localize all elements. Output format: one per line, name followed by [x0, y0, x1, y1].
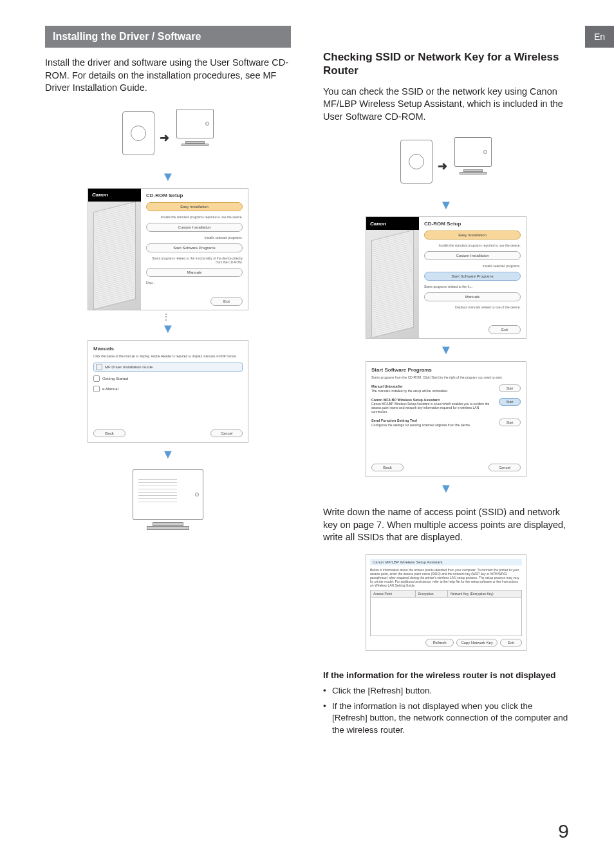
computer-to-monitor-illustration: ➜	[398, 133, 494, 191]
sw-row-wireless-assistant: Canon MF/LBP Wireless Setup AssistantCan…	[371, 398, 521, 414]
assist-description: Below is information about the access po…	[370, 568, 522, 587]
cdrom-setup-title: CD-ROM Setup	[146, 193, 243, 198]
doc-icon	[93, 386, 100, 392]
manual-item-emanual[interactable]: e-Manual	[93, 386, 243, 392]
manuals-dialog-title: Manuals	[93, 346, 243, 352]
sw-row1-body: The manuals installed by the setup will …	[371, 389, 448, 393]
monitor-icon	[176, 109, 214, 147]
tower-icon	[400, 140, 433, 184]
bullet-2: •If the information is not displayed whe…	[323, 701, 569, 736]
left-image-stack: ➜ ▼ Canon CD-ROM Setup Easy Installation…	[45, 105, 291, 541]
assist-titlebar: Canon MF/LBP Wireless Setup Assistant	[370, 559, 522, 565]
not-displayed-heading: If the information for the wireless rout…	[323, 670, 569, 680]
installing-intro: Install the driver and software using th…	[45, 57, 291, 95]
manual-item-label: MF Driver Installation Guide	[105, 365, 153, 369]
manuals-button[interactable]: Manuals	[424, 292, 521, 301]
manual-item-mf-driver[interactable]: MF Driver Installation Guide	[93, 363, 243, 372]
manual-item-getting-started[interactable]: Getting Started	[93, 375, 243, 382]
col-network-key: Network Key (Encryption Key)	[448, 590, 521, 597]
assist-table-header: Access Point Encryption Network Key (Enc…	[371, 590, 521, 598]
arrow-down-icon: ▼	[440, 481, 452, 496]
bullet-1-text: Click the [Refresh] button.	[332, 685, 432, 697]
page-content: Installing the Driver / Software Install…	[0, 0, 614, 740]
right-image-stack: ➜ ▼ Canon CD-ROM Setup Easy Installation…	[323, 133, 569, 500]
arrow-down-dashed-icon: ▼	[162, 314, 174, 337]
manuals-sub: Disp...	[146, 281, 243, 285]
manuals-dialog: Manuals Click the name of the manual to …	[88, 340, 248, 443]
manuals-sub: Displays manuals related to use of the d…	[424, 305, 521, 309]
easy-install-button[interactable]: Easy Installation	[424, 231, 521, 240]
sw-row2-body: Canon MF/LBP Wireless Setup Assistant is…	[371, 402, 489, 413]
sw-row3-body: Configures the settings for sending scan…	[371, 423, 471, 427]
wireless-assistant-dialog: Canon MF/LBP Wireless Setup Assistant Be…	[366, 554, 526, 651]
bullet-2-text: If the information is not displayed when…	[332, 701, 569, 736]
sw-row3-title: Send Function Setting Tool	[371, 419, 417, 422]
col-encryption: Encryption	[416, 590, 448, 597]
installing-header-text: Installing the Driver / Software	[53, 31, 201, 42]
start-software-sub: Starts programs related to the fu...	[424, 285, 521, 288]
checking-ssid-heading: Checking SSID or Network Key for a Wirel…	[323, 50, 569, 78]
assist-table-body	[371, 598, 521, 636]
start-software-dialog: Start Software Programs Starts programs …	[366, 361, 526, 477]
tower-icon	[122, 111, 154, 155]
arrow-down-icon: ▼	[162, 447, 174, 462]
assistant-stack: Canon MF/LBP Wireless Setup Assistant Be…	[323, 554, 569, 651]
start-software-button[interactable]: Start Software Programs	[146, 243, 243, 252]
col-access-point: Access Point	[371, 590, 416, 597]
cancel-button[interactable]: Cancel	[488, 464, 521, 471]
easy-install-button[interactable]: Easy Installation	[146, 202, 243, 211]
arrow-down-icon: ▼	[440, 343, 452, 357]
manual-item-label: Getting Started	[102, 377, 128, 381]
sw-row-send-function: Send Function Setting ToolConfigures the…	[371, 419, 521, 427]
cdrom-setup-dialog-2: Canon CD-ROM Setup Easy Installation Ins…	[366, 216, 526, 339]
language-tab: En	[585, 26, 614, 48]
exit-button[interactable]: Exit	[500, 639, 522, 646]
cdrom-side-image	[88, 202, 141, 310]
checking-ssid-intro: You can check the SSID or the network ke…	[323, 86, 569, 124]
arrow-right-icon: ➜	[438, 159, 447, 173]
start-software-title: Start Software Programs	[371, 367, 521, 373]
start-software-button-highlight[interactable]: Start Software Programs	[424, 272, 521, 281]
easy-install-sub: Installs the standard programs required …	[424, 243, 521, 247]
start-button-1[interactable]: Start	[499, 384, 521, 392]
brand-logo: Canon	[88, 189, 141, 202]
manual-item-label: e-Manual	[102, 387, 118, 391]
custom-install-sub: Installs selected programs.	[424, 264, 521, 268]
brand-logo: Canon	[366, 217, 419, 230]
manuals-button[interactable]: Manuals	[146, 268, 243, 277]
copy-network-key-button[interactable]: Copy Network Key	[456, 639, 498, 646]
start-software-sub: Starts programs related to the functiona…	[146, 256, 243, 264]
monitor-icon	[454, 137, 492, 176]
sw-row2-title: Canon MF/LBP Wireless Setup Assistant	[371, 398, 440, 402]
manuals-dialog-sub: Click the name of the manual to display.…	[93, 354, 243, 358]
bullet-dot-icon: •	[323, 701, 332, 736]
sw-row1-title: Manual Uninstaller	[371, 384, 403, 388]
start-button-2-highlight[interactable]: Start	[499, 398, 521, 406]
cdrom-setup-dialog-1: Canon CD-ROM Setup Easy Installation Ins…	[88, 188, 248, 310]
cdrom-setup-title: CD-ROM Setup	[424, 221, 521, 227]
exit-button[interactable]: Exit	[488, 325, 521, 334]
arrow-right-icon: ➜	[160, 131, 169, 145]
custom-install-sub: Installs selected programs.	[146, 236, 243, 240]
cancel-button[interactable]: Cancel	[210, 429, 243, 437]
exit-button[interactable]: Exit	[210, 297, 243, 306]
doc-icon	[93, 375, 100, 382]
right-column: Checking SSID or Network Key for a Wirel…	[323, 26, 569, 740]
left-column: Installing the Driver / Software Install…	[45, 26, 291, 740]
page-number: 9	[558, 820, 569, 842]
start-software-sub: Starts programs from the CD-ROM. Click […	[371, 375, 521, 379]
arrow-down-icon: ▼	[440, 198, 452, 212]
sw-row-manual-uninstaller: Manual UninstallerThe manuals installed …	[371, 384, 521, 393]
cdrom-side-image	[366, 230, 419, 338]
custom-install-button[interactable]: Custom Installation	[424, 251, 521, 260]
language-tab-text: En	[594, 32, 605, 42]
start-button-3[interactable]: Start	[499, 419, 521, 426]
computer-to-monitor-illustration: ➜	[120, 105, 216, 163]
assist-table: Access Point Encryption Network Key (Enc…	[370, 590, 522, 636]
back-button[interactable]: Back	[93, 429, 126, 437]
custom-install-button[interactable]: Custom Installation	[146, 223, 243, 232]
back-button[interactable]: Back	[371, 464, 404, 471]
monitor-installed-illustration	[120, 469, 216, 540]
easy-install-sub: Installs the standard programs required …	[146, 215, 243, 219]
refresh-button[interactable]: Refresh	[425, 639, 454, 646]
